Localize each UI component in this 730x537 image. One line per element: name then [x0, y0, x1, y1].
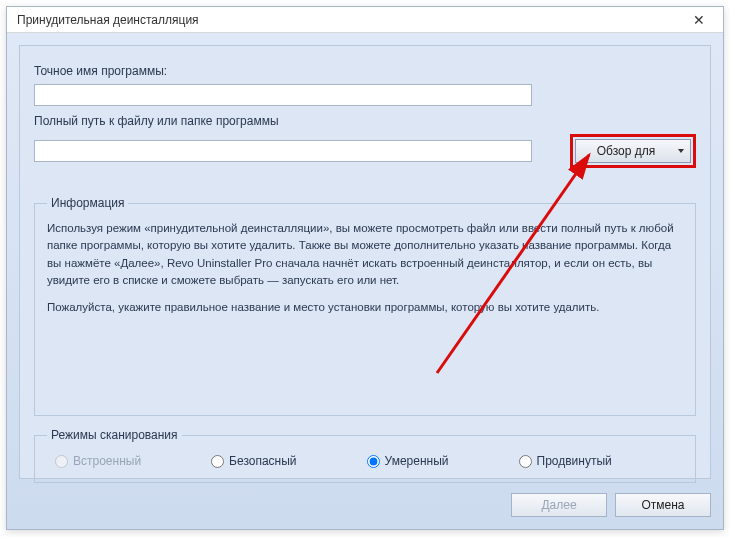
- cancel-button[interactable]: Отмена: [615, 493, 711, 517]
- scan-label-advanced: Продвинутый: [537, 454, 612, 468]
- info-text-1: Используя режим «принудительной деинстал…: [47, 220, 683, 289]
- scan-label-moderate: Умеренный: [385, 454, 449, 468]
- path-row: Обзор для: [34, 134, 696, 168]
- scan-radio-safe[interactable]: [211, 455, 224, 468]
- scan-mode-safe[interactable]: Безопасный: [211, 454, 296, 468]
- info-group: Информация Используя режим «принудительн…: [34, 196, 696, 416]
- program-name-label: Точное имя программы:: [34, 64, 696, 78]
- scan-radio-advanced[interactable]: [519, 455, 532, 468]
- chevron-down-icon: [678, 149, 684, 153]
- scan-mode-advanced[interactable]: Продвинутый: [519, 454, 612, 468]
- info-text-2: Пожалуйста, укажите правильное название …: [47, 299, 683, 316]
- scan-radio-moderate[interactable]: [367, 455, 380, 468]
- program-path-input[interactable]: [34, 140, 532, 162]
- browse-button-label: Обзор для: [597, 144, 656, 158]
- scan-mode-moderate[interactable]: Умеренный: [367, 454, 449, 468]
- scan-mode-builtin[interactable]: Встроенный: [55, 454, 141, 468]
- scan-modes-group: Режимы сканирования Встроенный Безопасны…: [34, 428, 696, 483]
- window-title: Принудительная деинсталляция: [17, 13, 681, 27]
- scan-legend: Режимы сканирования: [47, 428, 182, 442]
- titlebar: Принудительная деинсталляция ✕: [7, 7, 723, 33]
- program-name-input[interactable]: [34, 84, 532, 106]
- browse-button[interactable]: Обзор для: [575, 139, 691, 163]
- scan-radio-row: Встроенный Безопасный Умеренный Продвину…: [47, 450, 683, 472]
- next-button[interactable]: Далее: [511, 493, 607, 517]
- dialog-window: Принудительная деинсталляция ✕ Точное им…: [6, 6, 724, 530]
- scan-label-safe: Безопасный: [229, 454, 296, 468]
- info-legend: Информация: [47, 196, 128, 210]
- browse-highlight: Обзор для: [570, 134, 696, 168]
- client-area: Точное имя программы: Полный путь к файл…: [7, 33, 723, 529]
- dialog-footer: Далее Отмена: [511, 493, 711, 517]
- close-icon: ✕: [693, 12, 705, 28]
- scan-label-builtin: Встроенный: [73, 454, 141, 468]
- close-button[interactable]: ✕: [681, 9, 717, 31]
- program-path-label: Полный путь к файлу или папке программы: [34, 114, 696, 128]
- scan-radio-builtin[interactable]: [55, 455, 68, 468]
- main-panel: Точное имя программы: Полный путь к файл…: [19, 45, 711, 479]
